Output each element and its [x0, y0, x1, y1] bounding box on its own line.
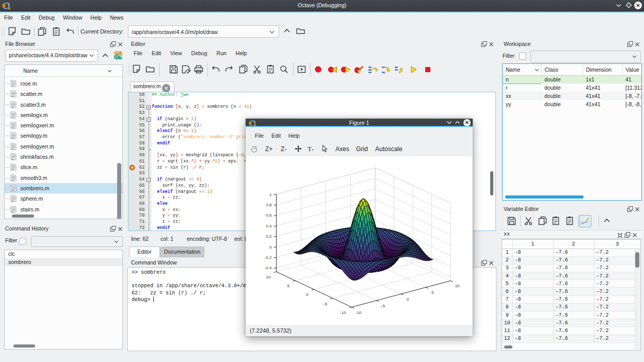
- svg-text:-10: -10: [340, 310, 346, 315]
- svg-text:0: 0: [306, 292, 309, 297]
- svg-text:-5: -5: [381, 304, 385, 308]
- svg-text:0: 0: [269, 245, 272, 250]
- svg-text:0.8: 0.8: [266, 203, 272, 207]
- svg-text:10: 10: [266, 275, 271, 279]
- svg-text:0: 0: [407, 297, 409, 302]
- svg-text:-5: -5: [324, 302, 328, 306]
- svg-text:-10: -10: [356, 310, 362, 315]
- svg-text:5: 5: [287, 284, 290, 288]
- svg-text:0.2: 0.2: [266, 234, 272, 239]
- svg-text:10: 10: [455, 284, 460, 288]
- svg-text:0.6: 0.6: [266, 213, 272, 218]
- svg-text:0.4: 0.4: [266, 224, 272, 228]
- svg-text:-0.4: -0.4: [265, 266, 272, 270]
- svg-text:-0.2: -0.2: [265, 255, 272, 260]
- svg-text:1: 1: [269, 192, 272, 197]
- svg-text:5: 5: [431, 290, 434, 295]
